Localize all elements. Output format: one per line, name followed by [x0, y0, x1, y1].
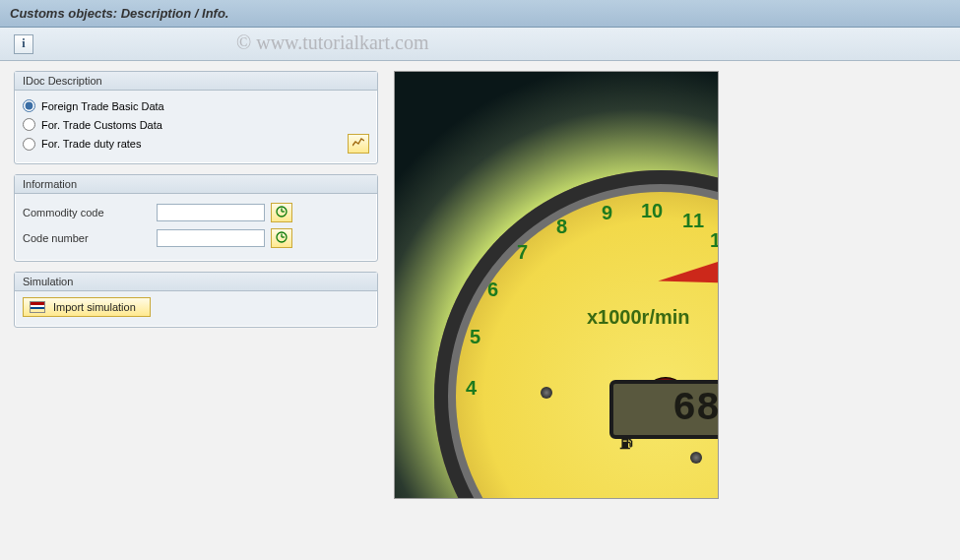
gauge-image: 4 5 6 7 8 9 10 11 12 x1000r/min ⛽︎ 68: [394, 71, 719, 499]
watermark-text: © www.tutorialkart.com: [236, 31, 429, 54]
clock-icon: [276, 206, 288, 219]
commodity-code-label: Commodity code: [23, 207, 151, 218]
gauge-lcd-value: 68: [672, 387, 719, 431]
radio-label: Foreign Trade Basic Data: [41, 100, 164, 112]
information-group: Information Commodity code Code number: [14, 174, 378, 262]
gauge-tick: 9: [602, 202, 612, 224]
info-icon-button[interactable]: i: [14, 34, 33, 54]
gauge-tick: 6: [487, 279, 498, 301]
content-area: IDoc Description Foreign Trade Basic Dat…: [0, 61, 960, 509]
simulation-group: Simulation Import simulation: [14, 272, 378, 328]
radio-label: For. Trade Customs Data: [41, 119, 162, 131]
clock-icon: [276, 231, 288, 245]
idoc-group-header: IDoc Description: [15, 72, 377, 91]
screw-icon: [690, 452, 702, 464]
radio-input-duty[interactable]: [23, 138, 35, 151]
code-number-input[interactable]: [157, 229, 265, 247]
gauge-tick: 11: [682, 210, 704, 232]
radio-label: For. Trade duty rates: [41, 138, 142, 150]
chart-icon: [352, 138, 364, 150]
radio-for-trade-duty[interactable]: For. Trade duty rates: [23, 135, 142, 154]
screw-icon: [541, 387, 552, 399]
left-column: IDoc Description Foreign Trade Basic Dat…: [14, 71, 378, 499]
gauge-lcd: ⛽︎ 68: [609, 380, 719, 439]
radio-foreign-trade-basic[interactable]: Foreign Trade Basic Data: [23, 96, 369, 115]
idoc-description-group: IDoc Description Foreign Trade Basic Dat…: [14, 71, 378, 164]
page-title: Customs objects: Description / Info.: [0, 0, 960, 28]
radio-input-basic[interactable]: [23, 99, 35, 112]
radio-input-customs[interactable]: [23, 118, 35, 131]
chart-icon-button[interactable]: [348, 134, 369, 154]
commodity-code-row: Commodity code: [23, 200, 369, 225]
gauge-tick: 7: [517, 241, 528, 264]
import-simulation-button[interactable]: Import simulation: [23, 297, 151, 317]
commodity-code-clock-button[interactable]: [271, 203, 292, 222]
radio-for-trade-customs[interactable]: For. Trade Customs Data: [23, 115, 369, 134]
gauge-tick: 8: [556, 216, 567, 238]
gauge-tick: 10: [641, 200, 663, 222]
simulation-group-header: Simulation: [15, 273, 377, 291]
code-number-label: Code number: [23, 232, 151, 244]
import-simulation-label: Import simulation: [53, 301, 136, 313]
toolbar: i © www.tutorialkart.com: [0, 28, 960, 61]
code-number-clock-button[interactable]: [271, 228, 292, 248]
flag-icon: [30, 301, 45, 313]
gauge-tick: 4: [466, 377, 477, 400]
temperature-icon: ⛽︎: [619, 419, 633, 470]
commodity-code-input[interactable]: [157, 204, 265, 221]
info-group-header: Information: [15, 175, 377, 194]
gauge-tick: 5: [470, 326, 480, 348]
code-number-row: Code number: [23, 225, 369, 251]
gauge-tick: 12: [710, 229, 719, 252]
